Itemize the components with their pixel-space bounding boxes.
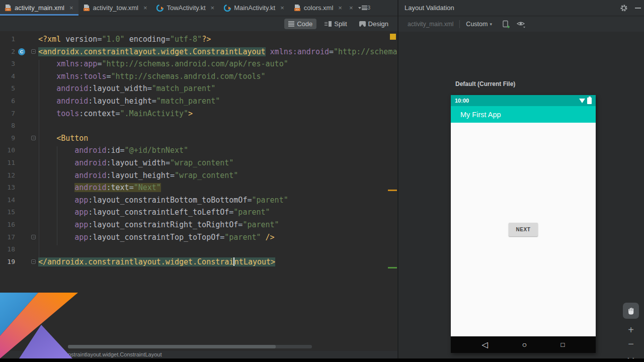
visibility-eye-icon[interactable]	[516, 20, 526, 28]
gutter-row-4[interactable]: 4	[0, 70, 37, 83]
tab-list-icon	[362, 5, 367, 11]
gear-icon[interactable]	[620, 4, 628, 12]
close-icon[interactable]: ×	[338, 4, 342, 12]
file-warning-indicator[interactable]	[390, 34, 396, 40]
horizontal-scrollbar-thumb[interactable]	[68, 345, 276, 348]
panel-content: Default (Current File) 10:00 My First Ap…	[398, 32, 644, 358]
zoom-out-button[interactable]: −	[628, 339, 634, 349]
code-line-19[interactable]: </androidx.constraintlayout.widget.Const…	[38, 256, 397, 268]
nav-home-icon[interactable]: ○	[522, 336, 527, 353]
code-line-11[interactable]: android:layout_width="wrap_content"	[38, 157, 397, 169]
hidden-tabs-dropdown[interactable]: 3	[358, 5, 371, 11]
tab-colors-xml[interactable]: <>colors.xml×	[289, 0, 347, 16]
line-number: 2	[0, 46, 15, 58]
code-token: layout_height	[111, 171, 170, 180]
gutter-row-2[interactable]: 2C	[0, 46, 37, 58]
close-icon[interactable]: ×	[211, 4, 215, 12]
gutter-row-18[interactable]: 18	[0, 243, 37, 256]
code-line-17[interactable]: app:layout_constraintTop_toTopOf="parent…	[38, 231, 397, 244]
gutter-row-16[interactable]: 16	[0, 219, 37, 231]
code-line-1[interactable]: <?xml version="1.0" encoding="utf-8"?>	[38, 33, 397, 46]
code-line-16[interactable]: app:layout_constraintRight_toRightOf="pa…	[38, 219, 397, 231]
code-token: =	[220, 233, 224, 242]
code-token: "@+id/btnNext"	[125, 146, 188, 155]
code-line-7[interactable]: tools:context=".MainActivity">	[38, 108, 397, 120]
gutter-row-17[interactable]: 17	[0, 231, 37, 244]
hide-panel-icon[interactable]	[635, 8, 641, 9]
code-line-15[interactable]: app:layout_constraintLeft_toLeftOf="pare…	[38, 206, 397, 219]
fold-open-icon[interactable]	[31, 49, 36, 54]
editor-gutter[interactable]: 12C345678910111213141516171819	[0, 33, 37, 268]
gutter-row-5[interactable]: 5	[0, 82, 37, 95]
gutter-row-11[interactable]: 11	[0, 157, 37, 169]
gutter-row-3[interactable]: 3	[0, 58, 37, 70]
code-line-3[interactable]: xmlns:app="http://schemas.android.com/ap…	[38, 58, 397, 70]
gutter-row-13[interactable]: 13	[0, 182, 37, 194]
code-token: <?xml	[38, 35, 65, 44]
close-icon[interactable]: ×	[143, 4, 147, 12]
line-number: 6	[0, 95, 15, 108]
code-token: android	[74, 171, 106, 180]
tab-activity_main-xml[interactable]: <>activity_main.xml×	[0, 0, 78, 16]
split-view-button[interactable]: Split	[320, 19, 351, 29]
nav-back-icon[interactable]: ◁	[482, 336, 488, 353]
code-token	[38, 72, 56, 81]
code-line-4[interactable]: xmlns:tools="http://schemas.android.com/…	[38, 70, 397, 83]
extra-close-icon[interactable]: ×	[349, 4, 353, 12]
pan-tool-button[interactable]	[623, 303, 639, 319]
gutter-row-1[interactable]: 1	[0, 33, 37, 46]
split-view-icon	[325, 21, 332, 27]
code-token: app	[74, 220, 88, 229]
gutter-row-14[interactable]: 14	[0, 194, 37, 207]
code-token	[38, 97, 56, 106]
tab-activity_tow-xml[interactable]: <>activity_tow.xml×	[78, 0, 152, 16]
next-button[interactable]: NEXT	[509, 223, 538, 236]
code-token: ".MainActivity"	[120, 109, 188, 118]
add-device-icon[interactable]	[501, 20, 510, 29]
code-line-9[interactable]: <Button	[38, 132, 397, 145]
code-line-13[interactable]: android:text="Next"	[38, 182, 397, 194]
close-icon[interactable]: ×	[280, 4, 284, 12]
fold-open-icon[interactable]	[31, 136, 36, 140]
code-line-5[interactable]: android:layout_width="match_parent"	[38, 82, 397, 95]
gutter-row-9[interactable]: 9	[0, 132, 37, 145]
nav-recents-icon[interactable]: □	[560, 336, 565, 353]
code-line-6[interactable]: android:layout_height="match_parent"	[38, 95, 397, 108]
code-line-18[interactable]	[38, 243, 397, 256]
wifi-icon	[579, 99, 585, 103]
code-view-button[interactable]: Code	[284, 19, 316, 29]
tab-TowActivity-kt[interactable]: TowActivity.kt×	[152, 0, 219, 16]
fold-close-icon[interactable]	[31, 259, 36, 264]
device-preview[interactable]: 10:00 My First App NEXT ◁ ○ □	[451, 95, 596, 353]
code-line-2[interactable]: <androidx.constraintlayout.widget.Constr…	[38, 46, 397, 58]
code-line-10[interactable]: android:id="@+id/btnNext"	[38, 144, 397, 157]
code-token: :	[106, 146, 111, 155]
zoom-in-button[interactable]: +	[628, 325, 634, 335]
line-number: 14	[0, 194, 15, 207]
panel-toolbar: activity_main.xml Custom ▾	[398, 17, 644, 32]
code-line-8[interactable]	[38, 120, 397, 132]
code-token: layout_constraintBottom_toBottomOf	[93, 196, 247, 205]
code-line-12[interactable]: android:layout_height="wrap_content"	[38, 169, 397, 182]
stripe-mark-ok[interactable]	[388, 267, 397, 268]
gutter-row-8[interactable]: 8	[0, 120, 37, 132]
fold-close-icon[interactable]	[31, 235, 36, 239]
design-view-button[interactable]: Design	[355, 19, 392, 29]
gutter-row-6[interactable]: 6	[0, 95, 37, 108]
gutter-row-12[interactable]: 12	[0, 169, 37, 182]
code-line-14[interactable]: app:layout_constraintBottom_toBottomOf="…	[38, 194, 397, 207]
gutter-row-10[interactable]: 10	[0, 144, 37, 157]
context-class-gutter-icon[interactable]: C	[18, 48, 25, 55]
xml-file-icon: <>	[83, 4, 90, 12]
gutter-row-15[interactable]: 15	[0, 206, 37, 219]
gutter-row-7[interactable]: 7	[0, 108, 37, 120]
stripe-mark-warning[interactable]	[388, 190, 397, 191]
preset-dropdown[interactable]: Custom ▾	[466, 21, 492, 28]
horizontal-scrollbar[interactable]	[68, 345, 312, 348]
gutter-row-19[interactable]: 19	[0, 256, 37, 268]
breadcrumb-text[interactable]: nstraintlayout.widget.ConstraintLayout	[68, 351, 162, 358]
close-icon[interactable]: ×	[69, 4, 73, 12]
phone-nav-bar: ◁ ○ □	[451, 336, 596, 353]
editor-code[interactable]: <?xml version="1.0" encoding="utf-8"?><a…	[38, 33, 397, 268]
tab-MainActivity-kt[interactable]: MainActivity.kt×	[219, 0, 289, 16]
